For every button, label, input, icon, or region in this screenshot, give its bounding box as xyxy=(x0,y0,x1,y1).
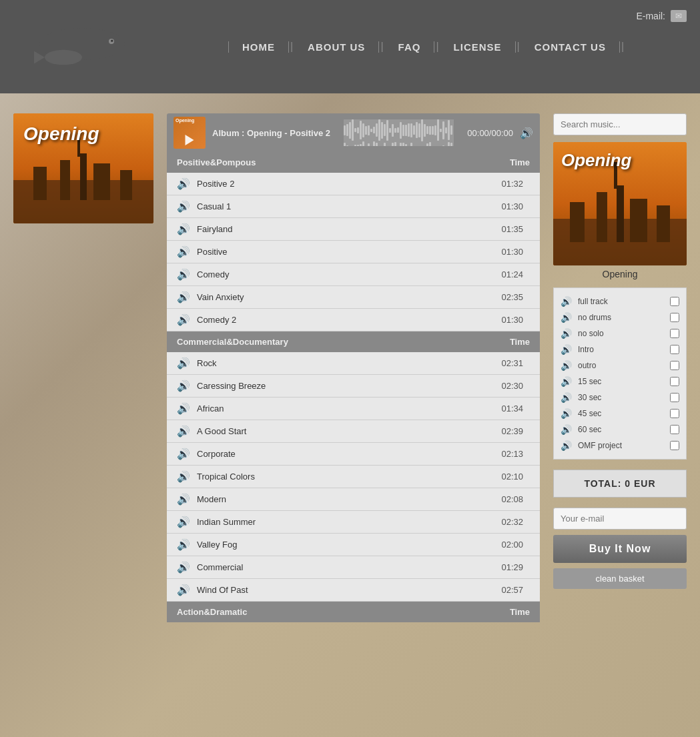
section-title: Action&Dramatic xyxy=(177,607,247,617)
track-row[interactable]: 🔊 Positive 2 01:32 xyxy=(167,173,540,195)
track-row[interactable]: 🔊 Caressing Breeze 02:30 xyxy=(167,375,540,398)
clean-basket-button[interactable]: clean basket xyxy=(553,568,687,589)
player-bar: Opening Album : Opening - Positive 2 00:… xyxy=(167,113,540,152)
section-header-action-dramatic: Action&DramaticTime xyxy=(167,602,540,622)
track-option-label: Intro xyxy=(578,345,665,354)
track-name: African xyxy=(197,404,501,414)
buy-button[interactable]: Buy It Now xyxy=(553,535,687,563)
email-input[interactable] xyxy=(553,508,687,530)
track-row[interactable]: 🔊 Positive 01:30 xyxy=(167,241,540,263)
track-time: 02:10 xyxy=(501,472,523,482)
track-row[interactable]: 🔊 Comedy 2 01:30 xyxy=(167,309,540,331)
track-option-checkbox-1[interactable] xyxy=(670,313,679,322)
track-row[interactable]: 🔊 Indian Summer 02:32 xyxy=(167,511,540,534)
header: BSound HOME | ABOUT US | FAQ | LICENSE |… xyxy=(0,0,700,93)
track-row[interactable]: 🔊 Tropical Colors 02:10 xyxy=(167,466,540,488)
track-option-label: 15 sec xyxy=(578,377,665,386)
track-name: Fairyland xyxy=(197,224,501,234)
track-option-checkbox-6[interactable] xyxy=(670,393,679,402)
track-row[interactable]: 🔊 Comedy 01:24 xyxy=(167,263,540,286)
track-option-label: no drums xyxy=(578,313,665,322)
email-area: E-mail: ✉ xyxy=(636,10,687,22)
svg-rect-13 xyxy=(120,170,132,200)
track-option-checkbox-3[interactable] xyxy=(670,345,679,354)
track-play-icon: 🔊 xyxy=(177,200,190,213)
track-option-row-8: 🔊 60 sec xyxy=(559,422,681,438)
nav-home[interactable]: HOME xyxy=(228,41,289,53)
track-option-row-5: 🔊 15 sec xyxy=(559,374,681,390)
track-row[interactable]: 🔊 Casual 1 01:30 xyxy=(167,195,540,218)
track-play-icon: 🔊 xyxy=(177,425,190,438)
track-option-row-6: 🔊 30 sec xyxy=(559,390,681,406)
track-option-row-3: 🔊 Intro xyxy=(559,341,681,357)
logo-area: BSound xyxy=(13,20,140,73)
track-time: 02:31 xyxy=(501,358,523,368)
track-row[interactable]: 🔊 Modern 02:08 xyxy=(167,488,540,511)
svg-rect-20 xyxy=(630,199,647,242)
section-title: Commercial&Documentary xyxy=(177,337,288,347)
track-time: 02:32 xyxy=(501,517,523,527)
track-option-checkbox-2[interactable] xyxy=(670,329,679,338)
nav-faq[interactable]: FAQ xyxy=(385,41,435,53)
track-name: Comedy 2 xyxy=(197,315,501,325)
track-option-checkbox-4[interactable] xyxy=(670,361,679,370)
volume-icon[interactable]: 🔊 xyxy=(520,127,533,139)
track-option-icon: 🔊 xyxy=(561,392,573,403)
section-header-commercial-documentary: Commercial&DocumentaryTime xyxy=(167,331,540,352)
section-title: Positive&Pompous xyxy=(177,157,256,167)
track-row[interactable]: 🔊 Vain Anxiety 02:35 xyxy=(167,286,540,309)
track-option-checkbox-7[interactable] xyxy=(670,409,679,418)
svg-rect-21 xyxy=(657,205,670,242)
track-row[interactable]: 🔊 Wind Of Past 02:57 xyxy=(167,579,540,602)
nav-contact[interactable]: CONTACT US xyxy=(521,41,620,53)
track-option-label: OMF project xyxy=(578,441,665,450)
track-row[interactable]: 🔊 Commercial 01:29 xyxy=(167,556,540,579)
svg-point-3 xyxy=(111,40,113,42)
play-button[interactable]: Opening xyxy=(173,117,206,149)
track-name: Valley Fog xyxy=(197,540,501,550)
track-option-icon: 🔊 xyxy=(561,376,573,387)
track-row[interactable]: 🔊 Fairyland 01:35 xyxy=(167,218,540,241)
waveform[interactable] xyxy=(344,119,454,146)
track-name: Wind Of Past xyxy=(197,585,501,595)
track-row[interactable]: 🔊 A Good Start 02:39 xyxy=(167,420,540,443)
track-time: 01:29 xyxy=(501,562,523,572)
track-option-checkbox-9[interactable] xyxy=(670,441,679,450)
search-input[interactable] xyxy=(553,113,687,135)
section-time-header: Time xyxy=(510,607,530,617)
track-option-icon: 🔊 xyxy=(561,344,573,355)
svg-rect-11 xyxy=(80,153,87,200)
track-row[interactable]: 🔊 Corporate 02:13 xyxy=(167,443,540,466)
svg-rect-9 xyxy=(33,167,47,200)
track-play-icon: 🔊 xyxy=(177,313,190,326)
play-triangle xyxy=(186,135,194,145)
track-time: 01:34 xyxy=(501,404,523,414)
track-option-row-4: 🔊 outro xyxy=(559,357,681,374)
nav-license[interactable]: LICENSE xyxy=(440,41,516,53)
nav-about[interactable]: ABOUT US xyxy=(294,41,379,53)
email-icon[interactable]: ✉ xyxy=(671,10,687,22)
track-option-checkbox-8[interactable] xyxy=(670,425,679,434)
tracklist-scroll[interactable]: Positive&PompousTime 🔊 Positive 2 01:32 … xyxy=(167,152,540,622)
track-time: 01:30 xyxy=(501,201,523,211)
logo-icon: BSound xyxy=(13,20,140,73)
track-option-checkbox-0[interactable] xyxy=(670,297,679,306)
track-time: 02:30 xyxy=(501,381,523,391)
track-option-label: 60 sec xyxy=(578,425,665,434)
track-play-icon: 🔊 xyxy=(177,380,190,392)
track-option-checkbox-5[interactable] xyxy=(670,377,679,386)
track-play-icon: 🔊 xyxy=(177,177,190,190)
svg-rect-10 xyxy=(60,160,70,200)
center-panel: Opening Album : Opening - Positive 2 00:… xyxy=(167,113,540,622)
track-time: 02:57 xyxy=(501,585,523,595)
track-name: Comedy xyxy=(197,269,501,279)
track-row[interactable]: 🔊 Rock 02:31 xyxy=(167,352,540,375)
track-option-label: no solo xyxy=(578,329,665,338)
main-nav: HOME | ABOUT US | FAQ | LICENSE | CONTAC… xyxy=(167,41,687,53)
track-option-row-0: 🔊 full track xyxy=(559,293,681,309)
track-row[interactable]: 🔊 Valley Fog 02:00 xyxy=(167,534,540,556)
sidebar: Opening Opening 🔊 full track 🔊 no drums … xyxy=(553,113,687,622)
track-option-icon: 🔊 xyxy=(561,408,573,419)
track-row[interactable]: 🔊 African 01:34 xyxy=(167,398,540,420)
svg-point-4 xyxy=(45,50,82,65)
